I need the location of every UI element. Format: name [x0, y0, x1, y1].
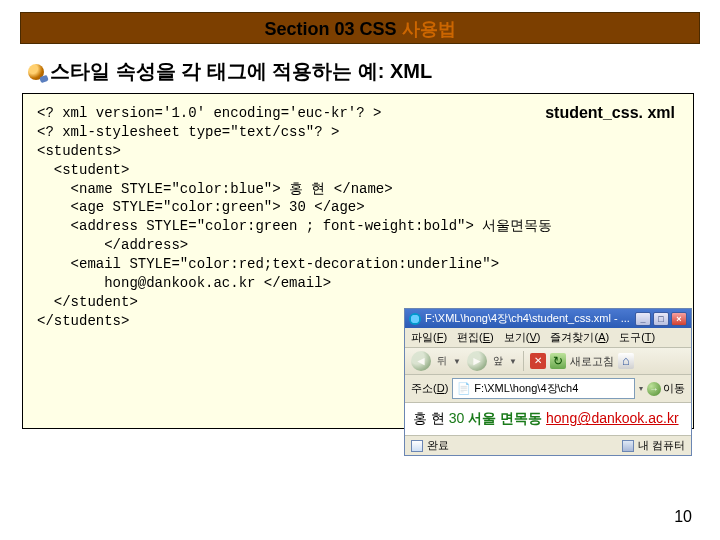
close-button[interactable]: × [671, 312, 687, 326]
browser-toolbar: ◄ 뒤 ▼ ► 앞 ▼ 새로고침 [405, 348, 691, 375]
minimize-button[interactable]: _ [635, 312, 651, 326]
page-number: 10 [674, 508, 692, 526]
chevron-down-icon[interactable]: ▼ [509, 357, 517, 366]
chevron-down-icon[interactable]: ▼ [453, 357, 461, 366]
refresh-icon[interactable] [550, 353, 566, 369]
forward-button[interactable]: ► [467, 351, 487, 371]
home-icon[interactable] [618, 353, 634, 369]
separator [523, 351, 524, 371]
address-input[interactable]: 📄 F:\XML\hong\4장\ch4 [452, 378, 635, 399]
stop-icon[interactable] [530, 353, 546, 369]
menu-edit[interactable]: 편집(E) [457, 330, 494, 345]
browser-addressbar: 주소(D) 📄 F:\XML\hong\4장\ch4 ▾ → 이동 [405, 375, 691, 403]
menu-tools[interactable]: 도구(T) [619, 330, 655, 345]
browser-window: F:\XML\hong\4장\ch4\student_css.xml - ...… [404, 308, 692, 456]
back-button[interactable]: ◄ [411, 351, 431, 371]
back-label: 뒤 [437, 354, 447, 368]
slide-heading: 스타일 속성을 각 태그에 적용하는 예: XML [28, 58, 720, 85]
refresh-label: 새로고침 [570, 354, 614, 369]
my-computer-icon [622, 440, 634, 452]
browser-titlebar: F:\XML\hong\4장\ch4\student_css.xml - ...… [405, 309, 691, 328]
menu-favorites[interactable]: 즐겨찾기(A) [550, 330, 609, 345]
bullet-icon [28, 64, 44, 80]
document-icon [411, 440, 423, 452]
rendered-name: 홍 현 [413, 410, 445, 426]
browser-statusbar: 완료 내 컴퓨터 [405, 435, 691, 455]
maximize-button[interactable]: □ [653, 312, 669, 326]
section-title-left: Section 03 CSS [264, 19, 401, 39]
menu-view[interactable]: 보기(V) [504, 330, 541, 345]
rendered-age: 30 [449, 410, 465, 426]
status-done: 완료 [427, 438, 449, 453]
section-title-right: 사용법 [402, 19, 456, 39]
code-content: <? xml version='1.0' encoding='euc-kr'? … [37, 104, 681, 331]
rendered-address: 서울 면목동 [468, 410, 542, 426]
browser-menubar: 파일(F) 편집(E) 보기(V) 즐겨찾기(A) 도구(T) [405, 328, 691, 348]
ie-icon [409, 313, 421, 325]
menu-file[interactable]: 파일(F) [411, 330, 447, 345]
code-filename: student_css. xml [545, 102, 675, 124]
status-location: 내 컴퓨터 [638, 438, 685, 453]
browser-title-text: F:\XML\hong\4장\ch4\student_css.xml - ... [425, 311, 630, 326]
go-label: 이동 [663, 381, 685, 396]
address-label: 주소(D) [411, 381, 448, 396]
go-icon: → [647, 382, 661, 396]
address-dropdown-icon[interactable]: ▾ [639, 384, 643, 393]
window-controls: _ □ × [635, 312, 687, 326]
rendered-email: hong@dankook.ac.kr [546, 410, 679, 426]
section-title-bar: Section 03 CSS 사용법 [20, 12, 700, 44]
browser-content: 홍 현 30 서울 면목동 hong@dankook.ac.kr [405, 403, 691, 435]
slide-heading-text: 스타일 속성을 각 태그에 적용하는 예: XML [50, 58, 432, 85]
forward-label: 앞 [493, 354, 503, 368]
go-button[interactable]: → 이동 [647, 381, 685, 396]
